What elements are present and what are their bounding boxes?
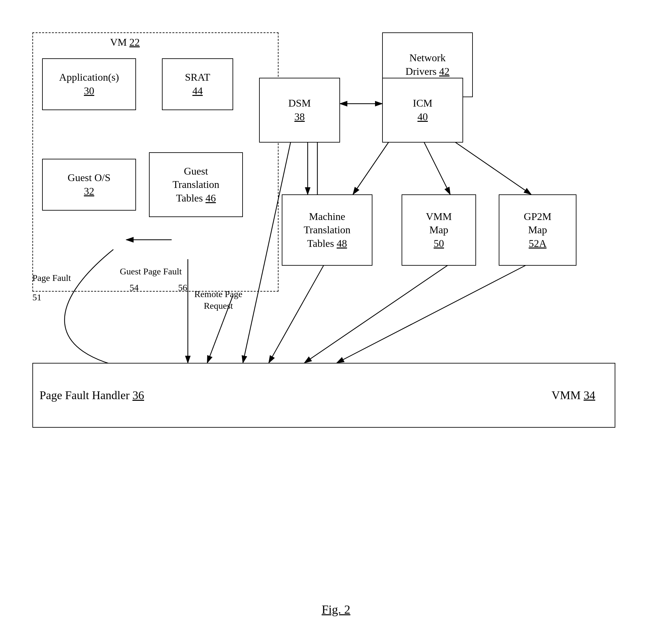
num-54-label: 54 [129, 282, 139, 294]
gp2m-map-label: GP2MMap52A [524, 210, 551, 251]
machine-translation-label: MachineTranslationTables 48 [304, 210, 351, 251]
vmm-map-label: VMMMap50 [426, 210, 452, 251]
vmm-region: Page Fault Handler 36 VMM 34 [33, 363, 615, 428]
num-56-label: 56 [178, 282, 187, 294]
guest-os-box: Guest O/S32 [42, 159, 136, 211]
dsm-label: DSM38 [288, 97, 310, 123]
srat-label: SRAT44 [185, 71, 210, 98]
vmm-label: VMM 34 [551, 388, 595, 403]
icm-box: ICM40 [382, 78, 463, 142]
guest-os-label: Guest O/S32 [68, 171, 110, 198]
svg-line-14 [337, 259, 537, 363]
page-fault-handler-label: Page Fault Handler 36 [40, 388, 144, 403]
vmm-map-box: VMMMap50 [402, 194, 476, 266]
network-drivers-label: NetworkDrivers 42 [405, 51, 449, 78]
dsm-box: DSM38 [259, 78, 340, 142]
guest-page-fault-label: Guest Page Fault [120, 266, 182, 277]
figure-label: Fig. 2 [322, 602, 350, 617]
guest-translation-box: GuestTranslationTables 46 [149, 152, 243, 217]
gp2m-map-box: GP2MMap52A [499, 194, 576, 266]
svg-line-13 [304, 259, 456, 363]
page-fault-label: Page Fault [33, 272, 71, 284]
icm-label: ICM40 [413, 97, 432, 123]
machine-translation-box: MachineTranslationTables 48 [282, 194, 372, 266]
guest-translation-label: GuestTranslationTables 46 [172, 164, 220, 205]
num-51-label: 51 [33, 292, 41, 303]
vm-label: VM 22 [110, 36, 140, 49]
srat-box: SRAT44 [162, 58, 233, 110]
remote-page-request-label: Remote PageRequest [194, 289, 243, 312]
applications-box: Application(s)30 [42, 58, 136, 110]
applications-label: Application(s)30 [59, 71, 119, 98]
